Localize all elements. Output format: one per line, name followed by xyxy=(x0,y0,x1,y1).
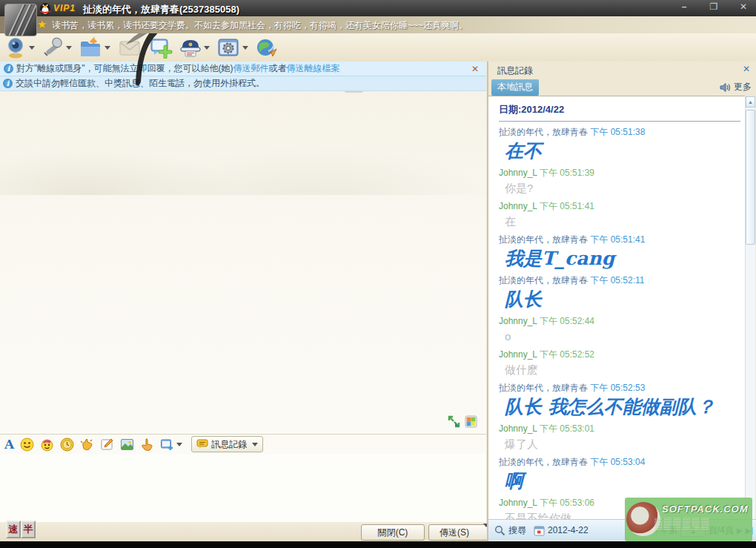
message-sender-row: Johnny_L 下午 05:51:41 xyxy=(499,200,742,213)
watermark-text: SOFTPACK.COM xyxy=(662,504,748,515)
signature-bar: ★ 读书苦，读书累，读书还要交学费。不如去参加黑社会，有得吃，有得喝，还有美女陪… xyxy=(0,16,756,33)
magic-expression-icon[interactable] xyxy=(40,438,54,452)
report-dropdown-icon[interactable] xyxy=(204,46,210,50)
history-panel-close-icon[interactable]: ✕ xyxy=(743,64,750,74)
message-sender-row: 扯淡的年代，放肆青春 下午 05:52:11 xyxy=(499,274,742,287)
history-toggle-dropdown-icon[interactable] xyxy=(252,443,258,446)
send-offline-file-link[interactable]: 傳送離線檔案 xyxy=(287,62,340,75)
message-sender-row: 扯淡的年代，放肆青春 下午 05:52:53 xyxy=(499,382,742,395)
scrollbar-thumb[interactable] xyxy=(746,110,755,245)
message-text: 队长 xyxy=(499,287,742,313)
gesture-icon[interactable] xyxy=(140,438,154,452)
history-toggle-button[interactable]: 訊息記錄 xyxy=(191,436,263,452)
date-picker[interactable]: 2012-4-22 xyxy=(534,525,588,536)
bottom-button-bar: 關閉(C) 傳送(S) xyxy=(0,522,486,541)
send-file-dropdown-icon[interactable] xyxy=(105,46,110,50)
doodle-icon[interactable] xyxy=(100,438,114,452)
history-tab-bar: 本地訊息 更多 xyxy=(488,79,756,96)
screenshot-icon[interactable] xyxy=(160,438,182,452)
message-row: 扯淡的年代，放肆青春 下午 05:53:04 啊 xyxy=(499,456,742,495)
color-palette-icon[interactable] xyxy=(465,415,477,428)
history-message-list[interactable]: 日期:2012/4/22 扯淡的年代，放肆青春 下午 05:51:38 在不 J… xyxy=(488,96,745,519)
search-button[interactable]: 搜尋 xyxy=(494,524,526,537)
bottom-black-strip xyxy=(0,541,756,548)
pane-divider[interactable] xyxy=(487,62,488,541)
send-button[interactable]: 傳送(S) xyxy=(428,524,480,541)
speaker-icon[interactable] xyxy=(720,82,732,93)
history-scrollbar[interactable]: ▲ xyxy=(745,96,755,519)
signature-text: 读书苦，读书累，读书还要交学费。不如去参加黑社会，有得吃，有得喝，还有美女陪你睡… xyxy=(52,19,468,32)
watermark-sub-art: ▒▒▒▒▒▒ xyxy=(654,517,711,529)
restore-button[interactable]: ❐ xyxy=(704,1,723,14)
message-text: o xyxy=(499,328,742,346)
more-button[interactable]: 更多 xyxy=(734,81,752,93)
message-sender-row: Johnny_L 下午 05:52:44 xyxy=(499,315,742,328)
chat-bubble-icon xyxy=(196,439,208,449)
main-toolbar xyxy=(0,33,756,62)
voice-call-dropdown-icon[interactable] xyxy=(66,46,72,50)
expand-view-icon[interactable] xyxy=(448,415,460,428)
message-text: 队长 我怎么不能做副队？ xyxy=(499,395,742,420)
message-text: 在 xyxy=(499,213,742,231)
history-panel-title: 訊息記錄 xyxy=(497,65,533,77)
message-row: Johnny_L 下午 05:52:44 o xyxy=(499,315,742,346)
skin-mountain-art xyxy=(0,106,486,195)
message-sender-row: Johnny_L 下午 05:53:01 xyxy=(499,423,742,435)
chat-settings-button[interactable] xyxy=(216,36,248,59)
level-star-icon: ★ xyxy=(37,18,47,31)
minimize-button[interactable]: – xyxy=(674,1,694,14)
chat-window: VIP1 扯淡的年代，放肆青春(2537385058) – ❐ ✕ ★ 读书苦，… xyxy=(0,0,756,548)
close-button[interactable]: ✕ xyxy=(734,1,753,14)
create-group-chat-button[interactable] xyxy=(149,36,173,59)
avatar[interactable] xyxy=(4,4,37,36)
message-row: 扯淡的年代，放肆青春 下午 05:52:11 队长 xyxy=(499,274,742,313)
message-sender-row: 扯淡的年代，放肆青春 下午 05:51:41 xyxy=(499,234,742,246)
title-bar: VIP1 扯淡的年代，放肆青春(2537385058) – ❐ ✕ xyxy=(0,0,756,16)
safety-notice-bar: i 交談中請勿輕信匯款、中獎訊息、陌生電話，勿使用外掛程式。 xyxy=(0,76,486,91)
notice-close-icon[interactable]: ✕ xyxy=(471,64,479,74)
watermark: SOFTPACK.COM ▒▒▒▒▒▒ xyxy=(625,498,752,541)
voice-call-button[interactable] xyxy=(42,36,72,59)
message-input-area[interactable] xyxy=(0,454,486,522)
ime-halfwidth-button[interactable]: 半 xyxy=(21,521,36,538)
info-icon: i xyxy=(4,64,13,73)
send-file-button[interactable] xyxy=(79,36,110,59)
message-row: Johnny_L 下午 05:53:01 爆了人 xyxy=(499,423,742,454)
coin-icon[interactable] xyxy=(60,438,74,452)
message-text: 做什麽 xyxy=(499,361,742,380)
video-call-button[interactable] xyxy=(4,36,35,59)
vip-badge[interactable]: VIP1 xyxy=(53,3,76,13)
send-mail-link[interactable]: 傳送郵件 xyxy=(233,62,269,75)
message-row: 扯淡的年代，放肆青春 下午 05:52:53 队长 我怎么不能做副队？ xyxy=(499,382,742,420)
emoticon-icon[interactable] xyxy=(20,438,34,452)
share-button[interactable] xyxy=(255,36,279,59)
shield-info-icon: i xyxy=(3,79,13,88)
chat-message-view[interactable] xyxy=(0,91,486,434)
history-panel: 訊息記錄 ✕ 本地訊息 更多 日期:2012/4/22 扯淡的年代，放肆青春 下… xyxy=(488,62,756,541)
message-text: 啊 xyxy=(499,469,742,495)
report-button[interactable] xyxy=(179,36,210,59)
message-row: Johnny_L 下午 05:51:39 你是? xyxy=(499,167,742,198)
message-sender-row: Johnny_L 下午 05:52:52 xyxy=(499,349,742,361)
screenshot-dropdown-icon[interactable] xyxy=(176,443,182,446)
safety-notice-text: 交談中請勿輕信匯款、中獎訊息、陌生電話，勿使用外掛程式。 xyxy=(16,77,265,90)
message-sender-row: 扯淡的年代，放肆青春 下午 05:53:04 xyxy=(499,456,742,469)
shake-hand-icon[interactable] xyxy=(80,438,94,452)
message-text: 爆了人 xyxy=(499,435,742,454)
ime-speed-button[interactable]: 速 xyxy=(6,521,21,538)
font-format-icon[interactable]: A xyxy=(4,437,14,452)
message-sender-row: Johnny_L 下午 05:51:39 xyxy=(499,167,742,179)
image-icon[interactable] xyxy=(120,438,134,452)
qq-penguin-icon xyxy=(39,1,52,16)
offline-notice-bar: i 對方"離線或隱身"，可能無法立即回覆，您可以給他(她) 傳送郵件 或者 傳送… xyxy=(0,62,486,76)
close-chat-button[interactable]: 關閉(C) xyxy=(361,524,425,541)
search-icon xyxy=(494,525,505,536)
message-row: 扯淡的年代，放肆青春 下午 05:51:38 在不 xyxy=(499,126,742,165)
message-row: 扯淡的年代，放肆青春 下午 05:51:41 我是T_cang xyxy=(499,234,742,272)
chat-settings-dropdown-icon[interactable] xyxy=(242,46,248,50)
video-call-dropdown-icon[interactable] xyxy=(29,46,35,50)
date-separator xyxy=(499,121,740,122)
send-mail-button[interactable] xyxy=(117,37,142,58)
scroll-up-icon[interactable]: ▲ xyxy=(746,96,755,108)
tab-local-messages[interactable]: 本地訊息 xyxy=(491,79,539,96)
